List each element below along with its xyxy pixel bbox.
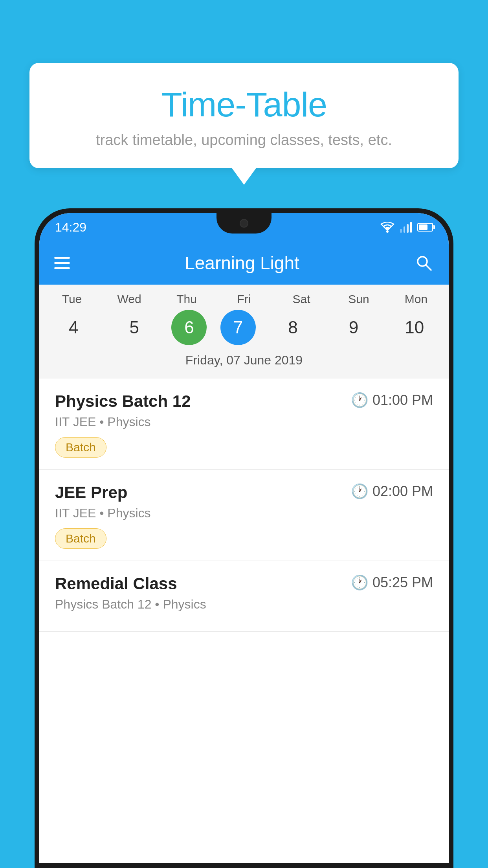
day-header-sat: Sat xyxy=(278,292,325,306)
camera-dot xyxy=(240,219,248,228)
class-subtitle-3: Physics Batch 12 • Physics xyxy=(55,597,433,612)
calendar-strip: Tue Wed Thu Fri Sat Sun Mon 4 5 6 7 8 9 … xyxy=(39,285,449,379)
day-header-mon: Mon xyxy=(393,292,440,306)
status-time: 14:29 xyxy=(55,220,86,235)
selected-date: Friday, 07 June 2019 xyxy=(39,349,449,375)
speech-bubble-container: Time-Table track timetable, upcoming cla… xyxy=(29,63,459,168)
day-header-thu: Thu xyxy=(163,292,210,306)
app-bar-title: Learning Light xyxy=(82,252,402,274)
phone-mockup: 14:29 xyxy=(35,208,453,868)
clock-icon-3: 🕐 xyxy=(351,574,369,591)
class-item-1[interactable]: Physics Batch 12 🕐 01:00 PM IIT JEE • Ph… xyxy=(39,379,449,470)
day-numbers: 4 5 6 7 8 9 10 xyxy=(39,310,449,349)
status-icons xyxy=(380,222,433,233)
hamburger-line-3 xyxy=(54,267,70,269)
class-name-2: JEE Prep xyxy=(55,483,127,502)
day-9[interactable]: 9 xyxy=(330,310,377,345)
hamburger-menu-icon[interactable] xyxy=(54,257,70,269)
app-bar: Learning Light xyxy=(39,241,449,285)
search-icon xyxy=(415,254,433,272)
wifi-icon xyxy=(380,222,394,233)
day-8[interactable]: 8 xyxy=(270,310,317,345)
classes-list: Physics Batch 12 🕐 01:00 PM IIT JEE • Ph… xyxy=(39,379,449,632)
hamburger-line-1 xyxy=(54,257,70,259)
notch xyxy=(216,213,272,234)
day-header-wed: Wed xyxy=(106,292,153,306)
class-time-label-3: 05:25 PM xyxy=(372,574,433,591)
search-button[interactable] xyxy=(414,253,434,273)
day-header-sun: Sun xyxy=(335,292,382,306)
signal-icon xyxy=(400,222,412,233)
batch-tag-2: Batch xyxy=(55,528,106,549)
class-item-3[interactable]: Remedial Class 🕐 05:25 PM Physics Batch … xyxy=(39,561,449,632)
class-name-3: Remedial Class xyxy=(55,574,177,593)
status-bar: 14:29 xyxy=(39,213,449,241)
class-item-1-top: Physics Batch 12 🕐 01:00 PM xyxy=(55,392,433,411)
day-headers: Tue Wed Thu Fri Sat Sun Mon xyxy=(39,292,449,310)
day-7-selected[interactable]: 7 xyxy=(220,310,256,345)
class-time-3: 🕐 05:25 PM xyxy=(351,574,433,591)
svg-line-2 xyxy=(426,265,431,270)
class-subtitle-1: IIT JEE • Physics xyxy=(55,415,433,429)
day-10[interactable]: 10 xyxy=(391,310,438,345)
app-title: Time-Table xyxy=(53,85,435,125)
battery-icon xyxy=(417,223,433,232)
svg-point-0 xyxy=(386,230,389,233)
phone-inner: 14:29 xyxy=(39,213,449,863)
day-header-fri: Fri xyxy=(220,292,268,306)
clock-icon-1: 🕐 xyxy=(351,392,369,408)
day-4[interactable]: 4 xyxy=(50,310,97,345)
speech-bubble: Time-Table track timetable, upcoming cla… xyxy=(29,63,459,168)
class-time-2: 🕐 02:00 PM xyxy=(351,483,433,500)
batch-tag-1: Batch xyxy=(55,437,106,458)
class-time-1: 🕐 01:00 PM xyxy=(351,392,433,408)
phone-outer: 14:29 xyxy=(35,208,453,868)
app-subtitle: track timetable, upcoming classes, tests… xyxy=(53,132,435,149)
class-name-1: Physics Batch 12 xyxy=(55,392,191,411)
class-time-label-1: 01:00 PM xyxy=(372,392,433,408)
class-item-2[interactable]: JEE Prep 🕐 02:00 PM IIT JEE • Physics Ba… xyxy=(39,470,449,561)
class-item-2-top: JEE Prep 🕐 02:00 PM xyxy=(55,483,433,502)
day-header-tue: Tue xyxy=(48,292,95,306)
class-time-label-2: 02:00 PM xyxy=(372,483,433,500)
class-subtitle-2: IIT JEE • Physics xyxy=(55,506,433,520)
hamburger-line-2 xyxy=(54,262,70,264)
day-6-today[interactable]: 6 xyxy=(171,310,207,345)
clock-icon-2: 🕐 xyxy=(351,483,369,500)
day-5[interactable]: 5 xyxy=(111,310,158,345)
class-item-3-top: Remedial Class 🕐 05:25 PM xyxy=(55,574,433,593)
